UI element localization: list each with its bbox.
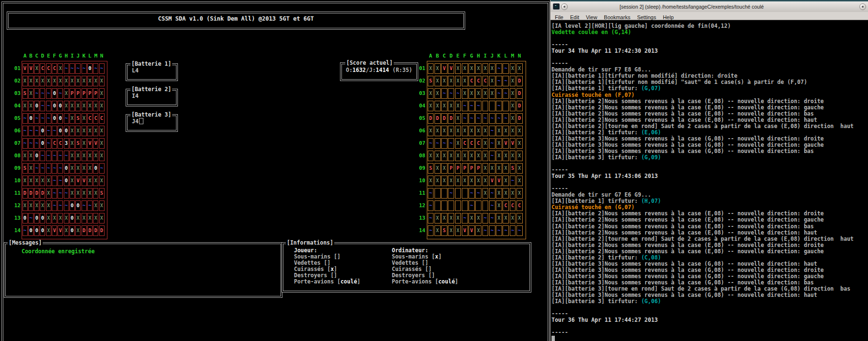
grid-cell: X: [441, 126, 447, 136]
grid-cell: V: [87, 138, 93, 149]
grid-cell: X: [82, 151, 87, 161]
grid-cell: V: [93, 138, 98, 149]
grid-cell: ~: [58, 176, 63, 186]
grid-cell: ~: [469, 101, 475, 111]
grid-cell: X: [434, 176, 441, 186]
grid-cell: ~: [28, 213, 34, 223]
grid-cell: X: [64, 225, 69, 236]
grid-cell: ~: [46, 126, 51, 136]
terminal-screen[interactable]: [IA level 2][HOR][lig gauche] coordonnée…: [551, 20, 868, 341]
batterie-3-label: [Batterie 3]: [130, 111, 172, 118]
row-number: 07: [12, 140, 21, 146]
grid-cell: X: [428, 151, 434, 161]
informations-label: [Informations]: [286, 239, 334, 246]
grid-cell: D: [434, 113, 441, 124]
grid-cell: X: [428, 88, 434, 99]
row-number: 09: [12, 165, 21, 171]
grid-cell: X: [70, 138, 75, 149]
grid-cell: ~: [64, 113, 69, 124]
grid-cell: X: [469, 126, 475, 136]
grid-cell: X: [99, 200, 105, 211]
grid-cell: ~: [441, 138, 447, 149]
grid-cell: ~: [475, 101, 481, 111]
grid-cell: X: [475, 126, 481, 136]
grid-cell: S: [99, 188, 105, 199]
grid-cell: X: [64, 88, 69, 99]
grid-cell: ~: [58, 188, 63, 199]
column-letter: I: [70, 53, 75, 59]
grid-cell: X: [503, 163, 509, 174]
grid-cell: X: [23, 76, 28, 86]
grid-cell: ~: [503, 225, 509, 236]
grid-cell: X: [40, 76, 45, 86]
grid-cell: X: [510, 151, 516, 161]
grid-cell: X: [23, 176, 28, 186]
grid-cell: X: [70, 76, 75, 86]
column-letter: H: [64, 53, 69, 59]
grid-cell: ~: [489, 138, 495, 149]
grid-cell: 0: [52, 113, 57, 124]
terminal-line: -----: [551, 329, 868, 336]
window-control-button[interactable]: [859, 3, 866, 10]
grid-cell: ~: [34, 113, 39, 124]
grid-cell: 0: [34, 213, 39, 223]
grid-cell: X: [75, 151, 81, 161]
grid-cell: X: [455, 138, 461, 149]
grid-cell: X: [23, 101, 28, 111]
row-number: 09: [417, 165, 425, 171]
grid-cell: X: [82, 101, 87, 111]
grid-cell: ~: [496, 63, 502, 74]
grid-cell: C: [87, 113, 93, 124]
grid-cell: ~: [70, 63, 75, 74]
grid-cell: ~: [496, 101, 502, 111]
window-titlebar[interactable]: [session 2] (sleep) /home/tests/langageC…: [551, 1, 868, 12]
grid-cell: X: [503, 126, 509, 136]
grid-cell: X: [87, 176, 93, 186]
grid-cell: ~: [46, 138, 51, 149]
grid-cell: X: [510, 188, 516, 199]
grid-cell: 0: [58, 101, 63, 111]
grid-cell: P: [475, 163, 481, 174]
batterie-3-box[interactable]: [Batterie 3] J4: [126, 114, 178, 132]
grid-cell: ~: [441, 88, 447, 99]
grid-cell: ~: [489, 200, 495, 211]
grid-cell: X: [503, 176, 509, 186]
grid-cell: ~: [52, 176, 57, 186]
grid-cell: V: [496, 176, 502, 186]
grid-cell: S: [510, 163, 516, 174]
grid-cell: 0: [75, 200, 81, 211]
grid-cell: 0: [23, 213, 28, 223]
grid-cell: X: [482, 176, 489, 186]
grid-cell: V: [28, 63, 34, 74]
column-letter: I: [482, 53, 489, 59]
grid-cell: [434, 188, 441, 199]
grid-cell: X: [462, 76, 468, 86]
terminal-line: Tour 35 Thu Apr 11 17:43:06 2013: [551, 173, 868, 179]
grid-cell: ~: [496, 88, 502, 99]
grid-cell: ~: [428, 213, 434, 223]
grid-cell: X: [428, 126, 434, 136]
grid-cell: ~: [28, 138, 34, 149]
row-number: 06: [12, 128, 21, 134]
grid-cell: V: [469, 225, 475, 236]
grid-cell: X: [510, 126, 516, 136]
grid-cell: X: [516, 188, 523, 199]
row-number: 13: [417, 215, 425, 221]
grid-cell: X: [70, 101, 75, 111]
sticky-button[interactable]: [561, 3, 568, 10]
grid-cell: X: [510, 76, 516, 86]
grid-cell: X: [441, 176, 447, 186]
grid-cell: 0: [34, 225, 39, 236]
grid-cell: 0: [40, 126, 45, 136]
grid-cell: S: [75, 113, 81, 124]
grid-cell: ~: [40, 163, 45, 174]
row-number: 02: [12, 78, 21, 84]
grid-cell: X: [34, 76, 39, 86]
terminal-line: [551, 161, 868, 167]
grid-cell: V: [82, 176, 87, 186]
message-text: Coordonnée enregistrée: [22, 248, 94, 255]
grid-cell: X: [75, 126, 81, 136]
grid-cell: D: [516, 101, 523, 111]
grid-cell: D: [40, 188, 45, 199]
grid-cell: X: [70, 188, 75, 199]
